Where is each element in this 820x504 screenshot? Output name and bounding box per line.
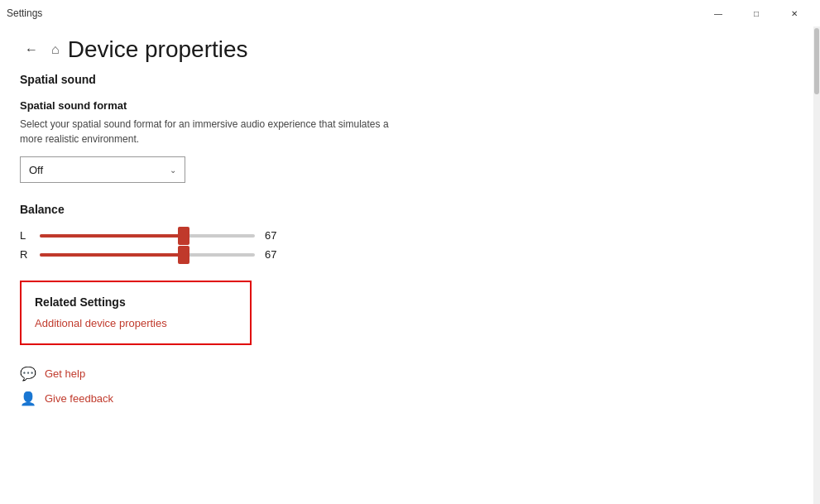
spatial-sound-dropdown[interactable]: Off ⌄ (20, 156, 185, 183)
additional-device-properties-link[interactable]: Additional device properties (35, 317, 167, 329)
title-bar: Settings — □ ✕ (0, 0, 820, 26)
main-content: ← ⌂ Device properties Spatial sound Spat… (0, 26, 820, 426)
chevron-down-icon: ⌄ (170, 166, 176, 175)
page-title: Device properties (68, 36, 248, 63)
get-help-item[interactable]: 💬 Get help (20, 365, 800, 382)
right-slider-fill (40, 253, 184, 257)
right-slider-thumb[interactable] (178, 246, 189, 264)
balance-heading: Balance (20, 203, 800, 216)
back-icon: ← (25, 42, 38, 57)
left-channel-label: L (20, 229, 30, 242)
scrollbar-thumb[interactable] (814, 28, 819, 94)
right-slider-row: R 67 (20, 248, 800, 261)
title-bar-controls: — □ ✕ (699, 0, 813, 26)
spatial-sound-format-label: Spatial sound format (20, 99, 800, 112)
give-feedback-icon: 👤 (20, 390, 36, 406)
close-button[interactable]: ✕ (775, 0, 813, 26)
title-bar-left: Settings (7, 7, 42, 19)
left-slider[interactable] (40, 234, 255, 238)
right-slider[interactable] (40, 253, 255, 257)
scrollbar[interactable] (813, 26, 820, 504)
dropdown-value: Off (29, 164, 43, 176)
right-channel-label: R (20, 248, 30, 261)
right-slider-value: 67 (265, 248, 285, 261)
related-settings-box: Related Settings Additional device prope… (20, 281, 252, 345)
spatial-sound-section: Spatial sound Spatial sound format Selec… (20, 73, 800, 183)
left-slider-row: L 67 (20, 229, 800, 242)
back-button[interactable]: ← (20, 38, 43, 61)
home-icon[interactable]: ⌂ (51, 42, 60, 57)
related-settings-title: Related Settings (35, 295, 237, 309)
nav-bar: ← ⌂ Device properties (20, 36, 800, 63)
spatial-sound-description: Select your spatial sound format for an … (20, 117, 400, 146)
minimize-button[interactable]: — (699, 0, 737, 26)
left-slider-fill (40, 234, 184, 238)
balance-section: Balance L 67 R 67 (20, 203, 800, 261)
spatial-sound-heading: Spatial sound (20, 73, 800, 86)
give-feedback-link[interactable]: Give feedback (45, 392, 113, 405)
help-section: 💬 Get help 👤 Give feedback (20, 365, 800, 406)
left-slider-value: 67 (265, 229, 285, 242)
get-help-link[interactable]: Get help (45, 367, 85, 380)
left-slider-thumb[interactable] (178, 227, 189, 245)
title-bar-title: Settings (7, 7, 42, 19)
give-feedback-item[interactable]: 👤 Give feedback (20, 390, 800, 406)
get-help-icon: 💬 (20, 365, 36, 382)
maximize-button[interactable]: □ (737, 0, 775, 26)
